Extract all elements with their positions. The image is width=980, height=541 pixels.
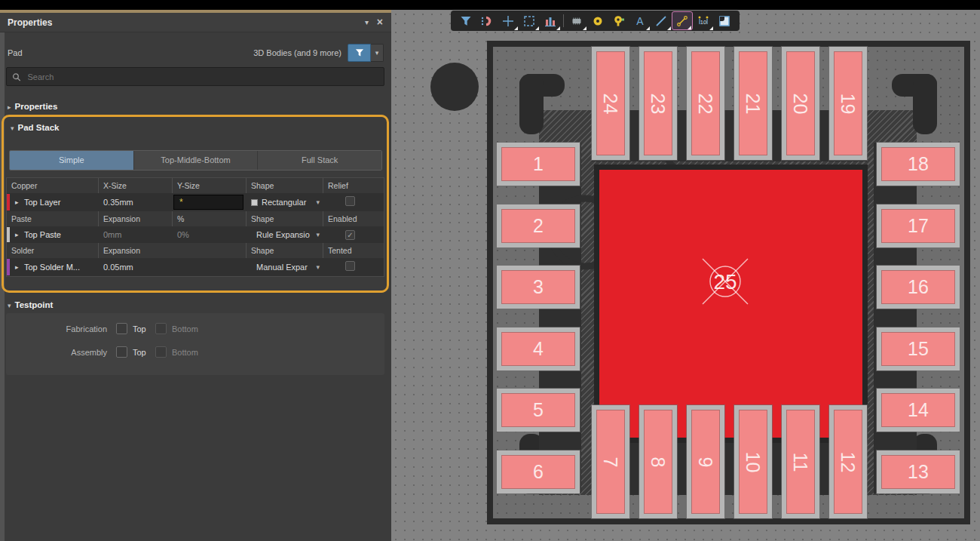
lead-strip-right [874, 143, 917, 493]
search-input[interactable] [26, 72, 378, 82]
paste-top-layer-row[interactable]: ▸ Top Paste 0mm 0% Rule Expansio▾ ✓ [7, 226, 384, 243]
assembly-bottom-checkbox[interactable] [155, 346, 167, 358]
filter-dropdown-button[interactable]: ▾ [371, 44, 384, 62]
pad-number: 15 [908, 338, 929, 360]
solder-header-row: Solder Expansion Shape Tented [7, 243, 384, 258]
selection-box-icon[interactable] [519, 11, 540, 30]
pad-number: 8 [648, 456, 669, 467]
pad-4[interactable]: 4 [497, 327, 580, 370]
search-icon [12, 72, 21, 81]
section-testpoint[interactable]: ▾Testpoint [8, 300, 53, 309]
fabrication-bottom-label: Bottom [172, 323, 198, 335]
paste-percent-value[interactable]: 0% [172, 226, 246, 243]
tab-simple[interactable]: Simple [10, 151, 134, 170]
assembly-top-label: Top [133, 346, 146, 358]
pad-1[interactable]: 1 [497, 143, 580, 186]
filter-scope-label[interactable]: 3D Bodies (and 9 more) [253, 48, 341, 57]
pad-7[interactable]: 7 [592, 405, 629, 518]
solder-shape-select[interactable]: Manual Expar▾ [246, 258, 323, 276]
expand-row-icon[interactable]: ▸ [15, 226, 19, 243]
via-icon[interactable] [608, 11, 629, 30]
pcb-canvas[interactable]: 25 2423222120197891011121234561817161514… [391, 10, 980, 541]
pad-18[interactable]: 18 [877, 143, 960, 186]
pad-23[interactable]: 23 [639, 47, 677, 160]
pad-icon[interactable] [587, 11, 608, 30]
expand-row-icon[interactable]: ▸ [15, 258, 19, 276]
copper-shape-select[interactable]: Rectangular▾ [246, 193, 323, 211]
fabrication-label: Fabrication [6, 323, 107, 335]
pad-3[interactable]: 3 [497, 266, 580, 309]
pad-14[interactable]: 14 [877, 389, 960, 432]
dimension-icon[interactable]: 10 [693, 11, 714, 30]
tented-checkbox[interactable] [345, 261, 355, 271]
enabled-checkbox[interactable]: ✓ [345, 230, 355, 240]
pad-2[interactable]: 2 [497, 204, 580, 247]
x-size-value[interactable]: 0.35mm [98, 193, 172, 211]
line-icon[interactable] [651, 11, 672, 30]
fabrication-bottom-checkbox[interactable] [155, 323, 167, 334]
pad-6[interactable]: 6 [497, 450, 580, 493]
pad-19[interactable]: 19 [829, 47, 867, 160]
pad-stack-bars-icon[interactable] [540, 11, 561, 30]
pad-13[interactable]: 13 [877, 450, 960, 493]
tab-full-stack[interactable]: Full Stack [258, 151, 381, 170]
pad-22[interactable]: 22 [687, 47, 724, 160]
lead-strip-top [592, 110, 867, 161]
pad-15[interactable]: 15 [877, 327, 960, 370]
pad-number: 13 [908, 461, 929, 483]
expand-row-icon[interactable]: ▸ [15, 193, 19, 211]
solder-top-layer-row[interactable]: ▸ Top Solder M... 0.05mm Manual Expar▾ [7, 258, 384, 276]
pad-12[interactable]: 12 [829, 405, 867, 518]
pad-20[interactable]: 20 [782, 47, 819, 160]
pad-10[interactable]: 10 [734, 405, 772, 518]
section-pad-stack[interactable]: ▾Pad Stack [11, 123, 60, 132]
svg-text:A: A [636, 14, 644, 26]
magnet-snap-icon[interactable] [476, 11, 498, 30]
pad-11[interactable]: 11 [782, 405, 819, 518]
assembly-bottom-label: Bottom [172, 346, 198, 358]
collapsed-arrow-icon: ▸ [8, 103, 11, 111]
pad-number: 1 [533, 153, 544, 175]
pad-number: 7 [600, 456, 622, 467]
panel-header: Properties ▾ × [0, 13, 391, 32]
pad-number: 22 [695, 93, 717, 114]
pad-number: 21 [743, 93, 764, 114]
pad-8[interactable]: 8 [639, 405, 677, 518]
pad-24[interactable]: 24 [592, 47, 629, 160]
panel-menu-caret-icon[interactable]: ▾ [365, 13, 369, 32]
dropdown-caret-icon: ▾ [316, 226, 320, 243]
window-top-strip [0, 0, 980, 10]
panel-close-icon[interactable]: × [377, 13, 383, 32]
region-icon[interactable] [714, 11, 735, 30]
pad-5[interactable]: 5 [497, 389, 580, 432]
solder-expansion-value[interactable]: 0.05mm [98, 258, 246, 276]
funnel-icon [354, 48, 365, 58]
dropdown-caret-icon: ▾ [316, 193, 320, 211]
active-bar-toolbar[interactable]: A10 [451, 11, 740, 31]
search-box[interactable] [6, 67, 384, 86]
svg-text:10: 10 [700, 18, 706, 25]
section-properties[interactable]: ▸Properties [8, 102, 57, 111]
pad-16[interactable]: 16 [877, 266, 960, 309]
relief-checkbox[interactable] [345, 196, 355, 206]
crosshair-guide-icon[interactable] [498, 11, 519, 30]
pad-number: 2 [533, 215, 544, 237]
pad-17[interactable]: 17 [877, 204, 960, 247]
paste-shape-select[interactable]: Rule Expansio▾ [246, 226, 323, 243]
paste-expansion-value[interactable]: 0mm [98, 226, 172, 243]
copper-top-layer-row[interactable]: ▸ Top Layer 0.35mm * Rectangular▾ [7, 193, 384, 211]
tab-top-middle-bottom[interactable]: Top-Middle-Bottom [134, 151, 259, 170]
assembly-top-checkbox[interactable] [116, 346, 127, 358]
pad-9[interactable]: 9 [687, 405, 724, 518]
pad-21[interactable]: 21 [734, 47, 772, 160]
fabrication-top-checkbox[interactable] [116, 323, 127, 334]
copper-header-row: Copper X-Size Y-Size Shape Relief [7, 178, 384, 193]
measure-icon[interactable] [672, 11, 693, 30]
filter-button[interactable] [348, 44, 371, 62]
filter-icon[interactable] [455, 11, 476, 30]
y-size-input[interactable]: * [173, 195, 243, 210]
component-icon[interactable] [566, 11, 587, 30]
text-icon[interactable]: A [629, 11, 651, 30]
testpoint-body: Fabrication Top Bottom Assembly Top Bott… [6, 313, 384, 375]
solder-layer-color [7, 259, 10, 275]
